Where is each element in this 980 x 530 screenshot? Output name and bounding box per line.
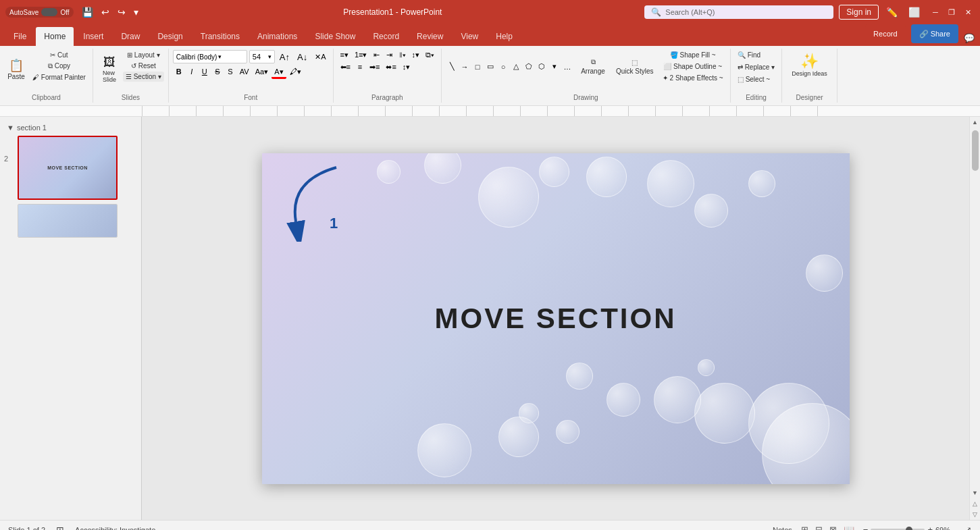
shape-extra[interactable]: … [561, 61, 573, 72]
highlight-button[interactable]: 🖍▾ [287, 67, 304, 79]
autosave-toggle[interactable]: AutoSave Off [5, 7, 74, 18]
record-button[interactable]: Record [865, 24, 905, 43]
decrease-font-button[interactable]: A↓ [294, 51, 310, 63]
align-center-button[interactable]: ≡ [354, 62, 366, 72]
arrange-button[interactable]: ⧉ Arrange [576, 56, 610, 77]
decrease-indent-button[interactable]: ⇤ [371, 50, 383, 60]
close-button[interactable]: ✕ [961, 5, 975, 19]
scroll-thumb[interactable] [972, 130, 979, 171]
shape-hex[interactable]: ⬡ [536, 61, 548, 72]
font-name-box[interactable]: Calibri (Body) ▾ [173, 50, 247, 63]
tab-slideshow[interactable]: Slide Show [307, 27, 363, 46]
tab-transitions[interactable]: Transitions [192, 27, 248, 46]
text-shadow-button[interactable]: S [224, 67, 236, 79]
align-left-button[interactable]: ⬅≡ [338, 62, 353, 72]
zoom-percent[interactable]: 69% [935, 526, 957, 531]
shape-rounded-rect[interactable]: ▭ [484, 61, 496, 72]
shape-more[interactable]: ▾ [548, 61, 561, 72]
italic-button[interactable]: I [186, 67, 198, 79]
tab-view[interactable]: View [453, 27, 486, 46]
slide-panel[interactable]: ▼ section 1 2 MOVE SECTION [0, 117, 142, 520]
scroll-section-up[interactable]: △ [970, 498, 981, 509]
comments-icon[interactable]: 💬 [964, 33, 975, 43]
save-icon[interactable]: 💾 [79, 5, 96, 19]
line-spacing-button[interactable]: ↕▾ [400, 62, 413, 72]
tab-insert[interactable]: Insert [75, 27, 111, 46]
align-right-button[interactable]: ➡≡ [367, 62, 382, 72]
shape-rect[interactable]: □ [471, 61, 484, 72]
scroll-up-button[interactable]: ▲ [970, 117, 981, 128]
autosave-pill[interactable] [41, 8, 57, 16]
shape-pentagon[interactable]: ⬠ [523, 61, 535, 72]
search-bar[interactable]: 🔍 Search (Alt+Q) [644, 5, 833, 19]
outline-view-icon[interactable]: ⊞ [56, 525, 64, 531]
layout-button[interactable]: ⊞ Layout ▾ [123, 50, 164, 60]
strikethrough-button[interactable]: S [211, 67, 224, 79]
font-color-button[interactable]: A▾ [272, 67, 286, 79]
replace-button[interactable]: ⇄ Replace ▾ [735, 62, 778, 72]
tab-home[interactable]: Home [36, 27, 74, 46]
increase-font-button[interactable]: A↑ [277, 51, 292, 63]
tab-animations[interactable]: Animations [249, 27, 305, 46]
columns-button[interactable]: ⫴▾ [396, 50, 409, 60]
share-button[interactable]: 🔗 Share [911, 24, 958, 43]
font-size-dropdown[interactable]: ▾ [268, 53, 272, 60]
tab-draw[interactable]: Draw [113, 27, 148, 46]
notes-button[interactable]: Notes [773, 526, 792, 531]
scroll-down-button[interactable]: ▼ [970, 487, 981, 498]
sign-in-button[interactable]: Sign in [839, 5, 879, 20]
change-case-button[interactable]: Aa▾ [253, 67, 271, 79]
increase-indent-button[interactable]: ⇥ [384, 50, 396, 60]
format-painter-button[interactable]: 🖌 Format Painter [30, 72, 88, 82]
section-button[interactable]: ☰ Section ▾ [123, 72, 164, 82]
customize-icon[interactable]: ▾ [131, 5, 141, 19]
tab-record[interactable]: Record [365, 27, 407, 46]
paste-button[interactable]: 📋 Paste [4, 50, 28, 89]
pen-icon[interactable]: ✏️ [883, 5, 901, 19]
design-ideas-button[interactable]: ✨ Design Ideas [786, 50, 833, 80]
shape-effects-button[interactable]: ✦ 2 Shape Effects ~ [660, 73, 726, 83]
tab-design[interactable]: Design [149, 27, 190, 46]
quick-styles-button[interactable]: ⬚ Quick Styles [613, 57, 657, 77]
shape-fill-button[interactable]: 🪣 Shape Fill ~ [660, 50, 726, 60]
zoom-out-icon[interactable]: − [863, 525, 869, 530]
bullets-button[interactable]: ≡▾ [338, 50, 351, 60]
shape-line[interactable]: ╲ [446, 61, 458, 72]
shape-arrow[interactable]: → [459, 61, 471, 72]
outline-view-button[interactable]: ⊟ [813, 523, 825, 530]
justify-button[interactable]: ⬌≡ [383, 62, 398, 72]
shape-outline-button[interactable]: ⬜ Shape Outline ~ [660, 61, 726, 72]
underline-button[interactable]: U [199, 67, 211, 79]
convert-to-smartart-button[interactable]: ⧉▾ [423, 50, 437, 60]
tab-file[interactable]: File [5, 27, 34, 46]
font-name-dropdown[interactable]: ▾ [218, 53, 222, 60]
ribbon-collapse-icon[interactable]: ⬜ [905, 5, 923, 19]
cut-button[interactable]: ✂ Cut [30, 50, 88, 60]
zoom-in-icon[interactable]: + [927, 525, 933, 530]
redo-icon[interactable]: ↪ [115, 5, 128, 19]
fit-slide-button[interactable]: ⤢ [964, 525, 972, 531]
bold-button[interactable]: B [173, 67, 185, 79]
new-slide-button[interactable]: 🖼 NewSlide [97, 50, 122, 89]
minimize-button[interactable]: ─ [929, 5, 942, 19]
shape-oval[interactable]: ○ [497, 61, 509, 72]
reset-button[interactable]: ↺ Reset [123, 61, 164, 71]
restore-button[interactable]: ❐ [945, 5, 958, 19]
select-button[interactable]: ⬚ Select ~ [735, 74, 773, 84]
text-direction-button[interactable]: ↕▾ [409, 50, 423, 60]
tab-review[interactable]: Review [409, 27, 451, 46]
undo-icon[interactable]: ↩ [99, 5, 112, 19]
tab-help[interactable]: Help [488, 27, 521, 46]
replace-dropdown[interactable]: ▾ [771, 63, 775, 71]
copy-button[interactable]: ⧉ Copy [30, 61, 88, 72]
slide-1-thumbnail[interactable] [18, 204, 118, 238]
find-button[interactable]: 🔍 Find [735, 50, 763, 60]
char-spacing-button[interactable]: AV [237, 67, 252, 79]
accessibility-label[interactable]: Accessibility: Investigate [75, 526, 155, 531]
normal-view-button[interactable]: ⊞ [799, 523, 810, 530]
slide-sorter-button[interactable]: ⊠ [827, 523, 839, 530]
scroll-section-down[interactable]: ▽ [970, 509, 981, 520]
slide-2-thumbnail[interactable]: MOVE SECTION [18, 136, 118, 200]
shape-triangle[interactable]: △ [510, 61, 522, 72]
font-size-box[interactable]: 54 ▾ [249, 50, 275, 63]
